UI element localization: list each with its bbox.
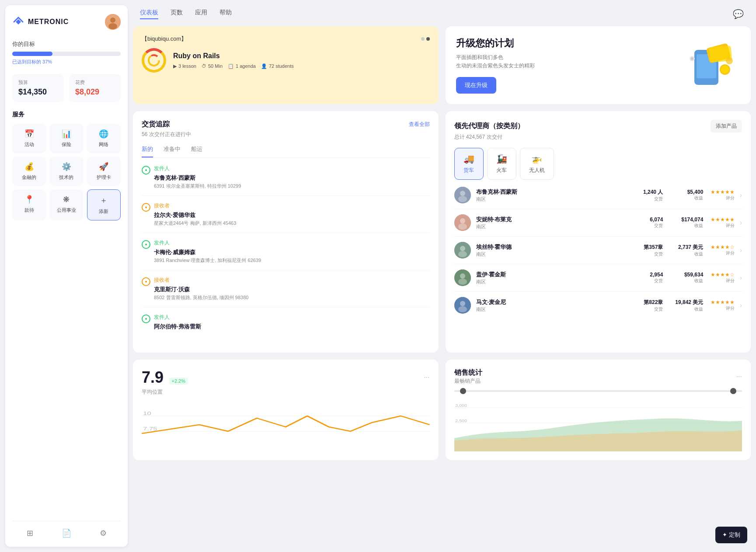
nav-link-帮助[interactable]: 帮助 — [219, 9, 232, 19]
services-label: 服务 — [12, 111, 121, 119]
svg-text:3,000: 3,000 — [455, 403, 467, 408]
service-item-网络[interactable]: 🌐 网络 — [87, 124, 121, 153]
nav-link-仪表板[interactable]: 仪表板 — [140, 9, 158, 19]
stats-menu[interactable]: ··· — [424, 374, 429, 381]
nav-right: 💬 — [733, 9, 744, 19]
agent-name: 安妮特·布莱克 — [476, 216, 632, 224]
category-tabs: 🚚 货车🚂 火车🚁 无人机 — [454, 148, 742, 180]
category-tab-无人机[interactable]: 🚁 无人机 — [520, 148, 554, 180]
view-all-link[interactable]: 查看全部 — [409, 121, 430, 128]
agent-rating: ★★★★★ 评分 — [708, 189, 735, 201]
svg-point-2 — [108, 23, 117, 29]
service-item-护理卡[interactable]: 🚀 护理卡 — [87, 157, 121, 186]
service-item-金融的[interactable]: 💰 金融的 — [12, 157, 46, 186]
agent-arrow[interactable]: › — [740, 247, 742, 254]
settings-icon[interactable]: ⚙ — [100, 528, 107, 538]
tracking-address: 6391 埃尔金圣塞莱斯特, 特拉华州 10299 — [154, 183, 241, 189]
svg-point-1 — [110, 17, 115, 23]
progress-bar-bg — [12, 52, 121, 56]
main-content: 仪表板页数应用帮助 💬 【biqubiqu.com】 — [133, 0, 756, 552]
tracking-tab-2[interactable]: 船运 — [191, 145, 202, 157]
service-item-技术的[interactable]: ⚙️ 技术的 — [49, 157, 83, 186]
service-item-保险[interactable]: 📊 保险 — [49, 124, 83, 153]
agent-arrow[interactable]: › — [740, 192, 742, 199]
agent-avatar — [454, 187, 471, 203]
service-name: 保险 — [62, 141, 71, 148]
slider-handle-left[interactable] — [460, 388, 466, 394]
nav-link-应用[interactable]: 应用 — [195, 9, 207, 19]
tracking-title: 交货追踪 — [142, 120, 170, 129]
course-content: Ruby on Rails ▶ 3 lesson ⏱ 50 Min 📋 1 ag… — [142, 48, 430, 73]
goal-label: 你的目标 — [12, 40, 121, 48]
sales-title: 销售统计 — [454, 368, 482, 377]
tracking-text: 发件人 布鲁克林·西蒙斯 6391 埃尔金圣塞莱斯特, 特拉华州 10299 — [154, 165, 241, 189]
notification-icon[interactable]: 💬 — [733, 9, 744, 19]
add-product-button[interactable]: 添加产品 — [711, 120, 742, 133]
tracking-text: 发件人 阿尔伯特·弗洛雷斯 — [154, 314, 201, 332]
budget-card: 预算 $14,350 — [12, 74, 64, 102]
agent-info: 马文·麦金尼 南区 — [476, 298, 632, 313]
customize-button[interactable]: ✦ 定制 — [715, 527, 747, 543]
nav-link-页数[interactable]: 页数 — [171, 9, 183, 19]
tracking-role: 接收者 — [154, 276, 248, 284]
agent-transactions: 第822章 交货 — [637, 299, 663, 312]
tracking-address: 3891 Ranchview 理查森博士, 加利福尼亚州 62639 — [154, 257, 261, 264]
tracking-tab-0[interactable]: 新的 — [142, 145, 153, 157]
logo-text: METRONIC — [28, 18, 69, 26]
slider-handle-right[interactable] — [730, 388, 736, 394]
service-icon: ⚙️ — [62, 162, 71, 171]
category-tab-货车[interactable]: 🚚 货车 — [454, 148, 484, 180]
upgrade-button[interactable]: 现在升级 — [456, 77, 496, 94]
svg-point-33 — [458, 306, 467, 312]
service-item-活动[interactable]: 📅 活动 — [12, 124, 46, 153]
tracking-subtitle: 56 次交付正在进行中 — [142, 131, 430, 138]
agent-avatar — [454, 214, 471, 231]
stats-value-row: 7.9 +2.2% — [142, 368, 188, 387]
service-item-款待[interactable]: 📍 款待 — [12, 189, 46, 220]
agent-row: 布鲁克林·西蒙斯 南区 1,240 人 交货 $5,400 收益 ★★★★★ 评… — [454, 187, 742, 209]
layers-icon[interactable]: ⊞ — [27, 528, 33, 538]
agent-name: 盖伊·霍金斯 — [476, 271, 632, 279]
service-name: 添新 — [99, 208, 108, 215]
expense-label: 花费 — [75, 79, 115, 86]
tracking-tab-1[interactable]: 准备中 — [164, 145, 181, 157]
agent-region: 南区 — [476, 306, 632, 313]
svg-point-16 — [145, 244, 147, 245]
upgrade-title: 升级您的计划 — [456, 37, 535, 50]
dot1 — [421, 37, 425, 41]
file-icon[interactable]: 📄 — [62, 528, 71, 538]
category-icon: 🚚 — [463, 154, 474, 164]
agent-revenue: 2,737 美元 收益 — [668, 244, 703, 257]
service-name: 技术的 — [59, 174, 73, 181]
sales-menu[interactable]: ··· — [736, 373, 742, 381]
avatar — [105, 14, 121, 30]
tracking-circle — [142, 240, 150, 249]
service-item-公用事业[interactable]: ❋ 公用事业 — [49, 189, 83, 220]
service-item-添新[interactable]: ＋ 添新 — [87, 189, 121, 220]
bottom-row: 7.9 +2.2% ··· 平均位置 10 7.75 销售统计 — [133, 360, 751, 460]
service-icon: 📊 — [62, 129, 71, 139]
category-tab-火车[interactable]: 🚂 火车 — [487, 148, 516, 180]
tracking-items: 发件人 布鲁克林·西蒙斯 6391 埃尔金圣塞莱斯特, 特拉华州 10299 接… — [142, 165, 430, 338]
svg-point-15 — [145, 206, 147, 208]
agent-name: 马文·麦金尼 — [476, 298, 632, 306]
svg-point-30 — [458, 279, 467, 285]
agent-arrow[interactable]: › — [740, 219, 742, 226]
svg-point-32 — [460, 301, 465, 306]
logo-icon — [12, 16, 24, 28]
tracking-circle — [142, 277, 150, 286]
agent-transactions: 第357章 交货 — [637, 244, 663, 257]
sidebar-footer: ⊞ 📄 ⚙ — [12, 521, 121, 538]
agent-rating: ★★★★☆ 评分 — [708, 244, 735, 256]
agent-info: 安妮特·布莱克 南区 — [476, 216, 632, 230]
tracking-name: 拉尔夫·爱德华兹 — [154, 211, 236, 219]
expense-value: $8,029 — [75, 87, 115, 97]
tracking-item: 发件人 卡梅伦·威廉姆森 3891 Ranchview 理查森博士, 加利福尼亚… — [142, 239, 430, 270]
agent-arrow[interactable]: › — [740, 274, 742, 281]
agent-info: 布鲁克林·西蒙斯 南区 — [476, 188, 632, 203]
upgrade-text: 升级您的计划 平面插图和我们多色 生动的未混合紫色头发女士的精彩 现在升级 — [456, 37, 535, 94]
agent-arrow[interactable]: › — [740, 302, 742, 309]
course-info: Ruby on Rails ▶ 3 lesson ⏱ 50 Min 📋 1 ag… — [173, 52, 430, 69]
course-meta: ▶ 3 lesson ⏱ 50 Min 📋 1 agenda 👤 72 stud… — [173, 63, 430, 69]
upgrade-illustration — [679, 37, 740, 94]
